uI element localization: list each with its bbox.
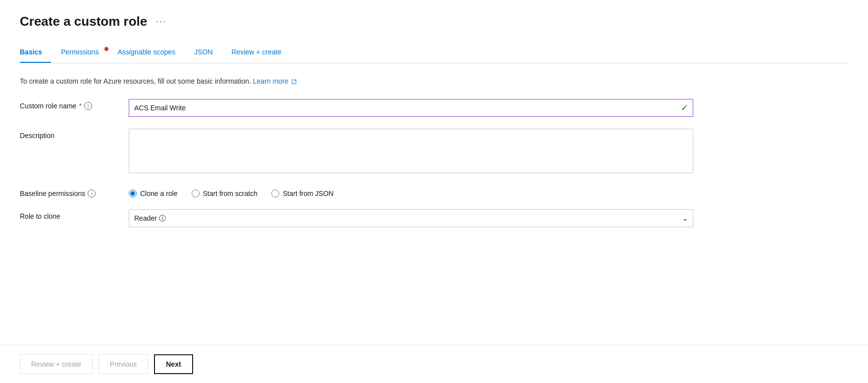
learn-more-link[interactable]: Learn more (253, 77, 297, 85)
tabs-row: Basics Permissions Assignable scopes JSO… (20, 44, 848, 63)
description-text: To create a custom role for Azure resour… (20, 77, 848, 85)
description-row: Description (20, 129, 848, 175)
required-indicator: * (79, 102, 81, 110)
custom-role-name-input[interactable] (129, 99, 693, 117)
validation-check-icon: ✓ (681, 102, 688, 113)
baseline-permissions-info-icon[interactable]: i (88, 190, 96, 197)
tab-json[interactable]: JSON (194, 44, 221, 63)
ellipsis-menu-button[interactable]: ··· (153, 15, 169, 28)
description-input[interactable] (129, 129, 693, 173)
radio-start-from-scratch[interactable]: Start from scratch (192, 190, 257, 197)
page-title: Create a custom role (20, 14, 147, 29)
footer: Review + create Previous Next (0, 345, 868, 383)
next-button[interactable]: Next (154, 354, 193, 374)
baseline-permissions-radio-group: Clone a role Start from scratch Start fr… (129, 187, 693, 197)
radio-json-input[interactable] (271, 190, 279, 197)
tab-assignable-scopes[interactable]: Assignable scopes (117, 44, 184, 63)
previous-button[interactable]: Previous (99, 354, 148, 374)
role-to-clone-select[interactable]: Reader ⓘ Contributor Owner (129, 209, 693, 227)
external-link-icon (291, 79, 297, 85)
custom-role-name-control: ✓ (129, 99, 693, 117)
review-create-button[interactable]: Review + create (20, 354, 93, 374)
radio-start-from-json[interactable]: Start from JSON (271, 190, 334, 197)
tab-review-create[interactable]: Review + create (232, 44, 291, 63)
custom-role-name-input-wrapper: ✓ (129, 99, 693, 117)
baseline-permissions-control: Clone a role Start from scratch Start fr… (129, 187, 693, 197)
role-to-clone-dropdown-wrapper: Reader ⓘ Contributor Owner ⌄ (129, 209, 693, 227)
radio-scratch-input[interactable] (192, 190, 200, 197)
tab-basics[interactable]: Basics (20, 44, 51, 63)
custom-role-name-label: Custom role name * i (20, 99, 129, 110)
description-control (129, 129, 693, 175)
role-to-clone-control: Reader ⓘ Contributor Owner ⌄ (129, 209, 693, 227)
custom-role-name-info-icon[interactable]: i (84, 102, 92, 110)
radio-clone-a-role[interactable]: Clone a role (129, 190, 178, 197)
radio-clone-input[interactable] (129, 190, 137, 197)
role-to-clone-row: Role to clone Reader ⓘ Contributor Owner… (20, 209, 848, 227)
baseline-permissions-label: Baseline permissions i (20, 187, 129, 197)
tab-permissions[interactable]: Permissions (61, 44, 107, 63)
description-label: Description (20, 129, 129, 140)
custom-role-name-row: Custom role name * i ✓ (20, 99, 848, 117)
permissions-badge (104, 47, 108, 51)
role-to-clone-label: Role to clone (20, 209, 129, 220)
baseline-permissions-row: Baseline permissions i Clone a role Star… (20, 187, 848, 197)
